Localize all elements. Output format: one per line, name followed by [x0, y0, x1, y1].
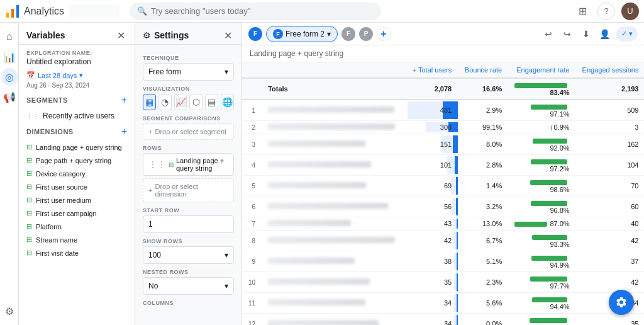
user-fab-3[interactable]: P	[359, 27, 373, 41]
col-total-users[interactable]: + Total users	[401, 62, 458, 78]
row-users-5: 56	[401, 197, 458, 217]
dimensions-title: DIMENSIONS	[26, 128, 74, 135]
row-label-5[interactable]	[262, 197, 401, 217]
free-form-tab[interactable]: F Free form 2 ▾	[266, 26, 338, 42]
nav-explore[interactable]: ◎	[1, 68, 18, 86]
search-bar[interactable]: 🔍	[130, 3, 381, 20]
customize-fab[interactable]	[609, 290, 634, 315]
table-container[interactable]: + Total users Bounce rate Engagement rat…	[242, 62, 644, 325]
col-dimension	[262, 62, 401, 78]
row-num-0: 1	[242, 100, 262, 121]
start-row-input[interactable]: 1	[143, 215, 234, 233]
table-row: 11 34 5.6% 94.4% 34 4	[242, 293, 644, 314]
dim-item-1[interactable]: ⊟ Page path + query string	[26, 154, 127, 167]
share-button[interactable]: 👤	[597, 26, 613, 42]
avatar[interactable]: U	[621, 3, 639, 20]
row-bounce-8: 5.1%	[458, 251, 508, 272]
viz-map-button[interactable]: 🌐	[221, 94, 234, 110]
row-label-8[interactable]	[262, 251, 401, 272]
dim-label-7: Stream name	[36, 236, 77, 244]
exploration-name: Untitled exploration	[26, 57, 127, 66]
dim-item-5[interactable]: ⊟ First user campaign	[26, 207, 127, 220]
date-range[interactable]: 📅 Last 28 days ▾	[26, 71, 127, 79]
table-header-row: + Total users Bounce rate Engagement rat…	[242, 62, 644, 78]
dimensions-section-header: DIMENSIONS +	[26, 127, 127, 137]
row-bounce-11: 0.0%	[458, 314, 508, 326]
row-label-2[interactable]	[262, 134, 401, 155]
variables-header: Variables ✕	[19, 23, 135, 45]
dim-item-7[interactable]: ⊟ Stream name	[26, 233, 127, 246]
dim-icon-6: ⊟	[26, 222, 32, 231]
undo-button[interactable]: ↩	[541, 26, 556, 42]
start-row-label: START ROW	[143, 207, 234, 214]
check-button[interactable]: ✓ ▾	[616, 26, 638, 42]
dim-item-0[interactable]: ⊟ Landing page + query string	[26, 140, 127, 154]
row-label-4[interactable]	[262, 176, 401, 197]
search-input[interactable]	[151, 6, 374, 16]
technique-select[interactable]: Free form ▾	[143, 63, 234, 81]
breadcrumb-input[interactable]	[69, 4, 119, 18]
nav-home[interactable]: ⌂	[1, 28, 18, 45]
col-bounce-rate[interactable]: Bounce rate	[458, 62, 508, 78]
row-engaged-2: 162	[576, 134, 644, 155]
row-users-3: 101	[401, 155, 458, 176]
variables-body: EXPLORATION NAME: Untitled exploration 📅…	[19, 45, 135, 325]
dim-item-6[interactable]: ⊟ Platform	[26, 220, 127, 233]
row-num-1: 2	[242, 121, 262, 134]
row-label-9[interactable]	[262, 272, 401, 293]
table-row: 9 38 5.1% 94.9% 37 2	[242, 251, 644, 272]
help-button[interactable]: ?	[597, 3, 615, 20]
col-engagement-rate[interactable]: Engagement rate	[508, 62, 575, 78]
viz-filter-button[interactable]: ▤	[205, 94, 218, 110]
dim-item-2[interactable]: ⊟ Device category	[26, 167, 127, 180]
svg-rect-1	[11, 9, 14, 18]
row-engagement-totals: 83.4%	[508, 78, 575, 100]
segment-item-1[interactable]: ⋮⋮ Recently active users	[26, 109, 127, 123]
row-engaged-8: 37	[576, 251, 644, 272]
nested-rows-select[interactable]: No ▾	[143, 277, 234, 295]
dim-item-8[interactable]: ⊟ First visit date	[26, 246, 127, 259]
technique-label: TECHNIQUE	[143, 55, 234, 61]
dim-label-6: Platform	[36, 223, 62, 231]
row-num-10: 11	[242, 293, 262, 314]
table-row: 7 43 13.0% 87.0% 40 2	[242, 217, 644, 231]
dim-item-4[interactable]: ⊟ First user medium	[26, 193, 127, 207]
row-bounce-1: 99.1%	[458, 121, 508, 134]
nav-reports[interactable]: 📊	[1, 48, 18, 66]
row-label-0[interactable]	[262, 100, 401, 121]
viz-node-button[interactable]: ⬡	[189, 94, 203, 110]
nav-advertising[interactable]: 📢	[1, 88, 18, 106]
user-fab-2[interactable]: F	[341, 27, 355, 41]
row-label-6[interactable]	[262, 217, 401, 231]
row-num-11: 12	[242, 314, 262, 326]
table-row: 1 481 2.9% 97.1% 509 3	[242, 100, 644, 121]
viz-grid-button[interactable]: ▦	[143, 94, 156, 110]
row-label-3[interactable]	[262, 155, 401, 176]
redo-button[interactable]: ↪	[560, 26, 575, 42]
add-tab-button[interactable]: +	[377, 27, 391, 41]
row-label-10[interactable]	[262, 293, 401, 314]
row-engaged-0: 509	[576, 100, 644, 121]
apps-button[interactable]: ⊞	[574, 3, 591, 20]
row-label-7[interactable]	[262, 231, 401, 251]
dim-item-3[interactable]: ⊟ First user source	[26, 180, 127, 193]
col-engaged-sessions[interactable]: Engaged sessions	[576, 62, 644, 78]
download-button[interactable]: ⬇	[579, 26, 594, 42]
row-users-8: 38	[401, 251, 458, 272]
viz-pie-button[interactable]: ◔	[158, 94, 172, 110]
show-rows-select[interactable]: 100 ▾	[143, 246, 234, 264]
add-segment-button[interactable]: +	[121, 95, 127, 105]
dim-label-1: Page path + query string	[36, 157, 111, 164]
row-engaged-5: 60	[576, 197, 644, 217]
variables-close[interactable]: ✕	[114, 29, 127, 42]
add-dimension-button[interactable]: +	[121, 127, 127, 137]
row-label-11[interactable]	[262, 314, 401, 326]
drop-segment-area[interactable]: + Drop or select segment	[143, 123, 234, 140]
row-label-1[interactable]	[262, 121, 401, 134]
settings-close[interactable]: ✕	[221, 29, 234, 42]
row-num-8: 9	[242, 251, 262, 272]
nav-admin[interactable]: ⚙	[1, 302, 18, 320]
rows-item-0[interactable]: ⋮⋮ ⊟ Landing page + query string	[143, 153, 234, 176]
drop-dimension-area[interactable]: + Drop or select dimension	[143, 178, 234, 202]
viz-line-button[interactable]: 📈	[174, 94, 187, 110]
